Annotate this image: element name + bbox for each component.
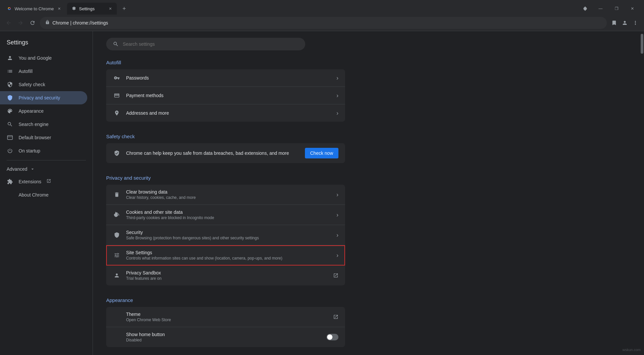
sidebar-label-privacy-security: Privacy and security bbox=[19, 95, 60, 100]
theme-external bbox=[333, 314, 338, 320]
sidebar-item-extensions[interactable]: Extensions bbox=[0, 175, 87, 188]
browser-frame: Welcome to Chrome ✕ Settings ✕ + — ❐ ✕ bbox=[0, 0, 644, 355]
safety-check-text: Chrome can help keep you safe from data … bbox=[126, 150, 300, 156]
clear-browsing-text: Clear browsing data Clear history, cooki… bbox=[126, 189, 331, 200]
settings-content[interactable]: Autofill Passwords › bbox=[93, 31, 640, 355]
security-subtitle: Safe Browsing (protection from dangerous… bbox=[126, 236, 331, 240]
clear-browsing-row[interactable]: Clear browsing data Clear history, cooki… bbox=[106, 185, 345, 205]
sidebar-item-you-google[interactable]: You and Google bbox=[0, 51, 87, 65]
cookies-title: Cookies and other site data bbox=[126, 209, 331, 215]
tab-welcome-label: Welcome to Chrome bbox=[15, 6, 54, 11]
scrollbar-thumb[interactable] bbox=[641, 34, 643, 54]
extensions-icon bbox=[7, 178, 13, 185]
default-browser-icon bbox=[7, 134, 13, 141]
search-bar-icon bbox=[113, 41, 119, 47]
addresses-text: Addresses and more bbox=[126, 110, 331, 116]
bookmark-button[interactable] bbox=[609, 18, 619, 28]
address-right bbox=[609, 18, 640, 28]
cookies-row[interactable]: Cookies and other site data Third-party … bbox=[106, 205, 345, 225]
sidebar-item-on-startup[interactable]: On startup bbox=[0, 144, 87, 157]
sidebar-label-you-google: You and Google bbox=[19, 55, 52, 61]
cookies-chevron: › bbox=[336, 211, 338, 218]
tab-welcome-close[interactable]: ✕ bbox=[56, 6, 62, 11]
appearance-header: Appearance bbox=[106, 295, 345, 307]
extensions-icon-toolbar[interactable] bbox=[577, 3, 592, 14]
security-icon bbox=[113, 231, 121, 239]
tab-welcome[interactable]: Welcome to Chrome ✕ bbox=[3, 3, 66, 15]
trash-icon bbox=[113, 191, 121, 199]
appearance-section: Appearance Theme Open Chrome Web Store bbox=[93, 295, 358, 355]
theme-icon bbox=[113, 313, 121, 321]
maximize-button[interactable]: ❐ bbox=[609, 3, 624, 14]
theme-subtitle: Open Chrome Web Store bbox=[126, 318, 328, 322]
search-input[interactable] bbox=[123, 41, 299, 47]
privacy-sandbox-text: Privacy Sandbox Trial features are on bbox=[126, 270, 328, 281]
location-icon bbox=[113, 109, 121, 117]
show-home-button-text: Show home button Disabled bbox=[126, 332, 321, 342]
theme-row[interactable]: Theme Open Chrome Web Store bbox=[106, 307, 345, 327]
show-home-button-row[interactable]: Show home button Disabled bbox=[106, 327, 345, 347]
forward-button[interactable] bbox=[16, 18, 25, 28]
safety-check-row: Chrome can help keep you safe from data … bbox=[106, 143, 345, 163]
clear-browsing-title: Clear browsing data bbox=[126, 189, 331, 195]
passwords-row[interactable]: Passwords › bbox=[106, 69, 345, 87]
privacy-security-section: Privacy and security Clear browsing data… bbox=[93, 172, 358, 295]
addresses-title: Addresses and more bbox=[126, 110, 331, 116]
show-home-button-subtitle: Disabled bbox=[126, 338, 321, 342]
clear-browsing-chevron: › bbox=[336, 191, 338, 198]
watermark: wskun.com bbox=[622, 348, 641, 352]
sidebar-label-extensions: Extensions bbox=[19, 179, 41, 184]
sidebar-item-privacy-security[interactable]: Privacy and security bbox=[0, 91, 87, 104]
payment-methods-title: Payment methods bbox=[126, 93, 331, 98]
sidebar-label-safety-check: Safety check bbox=[19, 82, 45, 87]
sidebar-divider bbox=[7, 160, 86, 160]
sidebar-item-default-browser[interactable]: Default browser bbox=[0, 131, 87, 144]
minimize-button[interactable]: — bbox=[593, 3, 608, 14]
site-settings-title: Site Settings bbox=[126, 250, 331, 255]
privacy-sandbox-subtitle: Trial features are on bbox=[126, 276, 328, 281]
sidebar-label-about-chrome: About Chrome bbox=[19, 192, 48, 198]
payment-chevron: › bbox=[336, 92, 338, 99]
autofill-section: Autofill Passwords › bbox=[93, 57, 358, 131]
advanced-section[interactable]: Advanced bbox=[0, 163, 93, 175]
site-settings-row[interactable]: Site Settings Controls what information … bbox=[106, 245, 345, 266]
sidebar-item-autofill[interactable]: Autofill bbox=[0, 65, 87, 78]
credit-card-icon bbox=[113, 91, 121, 99]
address-text: Chrome | chrome://settings bbox=[52, 20, 108, 26]
chrome-icon bbox=[7, 6, 12, 11]
show-home-button-toggle[interactable] bbox=[326, 334, 338, 340]
close-button[interactable]: ✕ bbox=[625, 3, 640, 14]
security-text: Security Safe Browsing (protection from … bbox=[126, 230, 331, 240]
addresses-row[interactable]: Addresses and more › bbox=[106, 104, 345, 122]
theme-text: Theme Open Chrome Web Store bbox=[126, 312, 328, 322]
payment-methods-row[interactable]: Payment methods › bbox=[106, 87, 345, 104]
address-input[interactable]: Chrome | chrome://settings bbox=[40, 17, 607, 29]
sidebar-item-about-chrome[interactable]: About Chrome bbox=[0, 188, 87, 202]
menu-button[interactable] bbox=[631, 18, 640, 28]
privacy-security-header: Privacy and security bbox=[106, 172, 345, 185]
profile-button[interactable] bbox=[620, 18, 629, 28]
tab-settings-close[interactable]: ✕ bbox=[107, 6, 113, 11]
reload-button[interactable] bbox=[28, 18, 37, 28]
autofill-card: Passwords › Payment methods › bbox=[106, 69, 345, 122]
new-tab-button[interactable]: + bbox=[119, 4, 129, 13]
tab-settings[interactable]: Settings ✕ bbox=[67, 3, 117, 15]
safety-check-card: Chrome can help keep you safe from data … bbox=[106, 143, 345, 163]
sidebar: Settings You and Google Autofill Safety … bbox=[0, 31, 93, 355]
privacy-sandbox-external bbox=[333, 273, 338, 278]
sidebar-item-search-engine[interactable]: Search engine bbox=[0, 118, 87, 131]
sidebar-item-safety-check[interactable]: Safety check bbox=[0, 78, 87, 91]
safety-check-description: Chrome can help keep you safe from data … bbox=[126, 150, 300, 156]
safety-check-section: Safety check Chrome can help keep you sa… bbox=[93, 131, 358, 172]
sliders-icon bbox=[113, 251, 121, 259]
check-now-button[interactable]: Check now bbox=[305, 148, 338, 158]
sidebar-item-appearance[interactable]: Appearance bbox=[0, 104, 87, 118]
search-bar[interactable] bbox=[106, 38, 305, 50]
privacy-sandbox-row[interactable]: Privacy Sandbox Trial features are on bbox=[106, 266, 345, 285]
security-row[interactable]: Security Safe Browsing (protection from … bbox=[106, 225, 345, 245]
address-bar: Chrome | chrome://settings bbox=[0, 15, 644, 31]
passwords-chevron: › bbox=[336, 75, 338, 82]
svg-rect-2 bbox=[8, 136, 13, 140]
back-button[interactable] bbox=[4, 18, 13, 28]
person-icon bbox=[7, 55, 13, 61]
